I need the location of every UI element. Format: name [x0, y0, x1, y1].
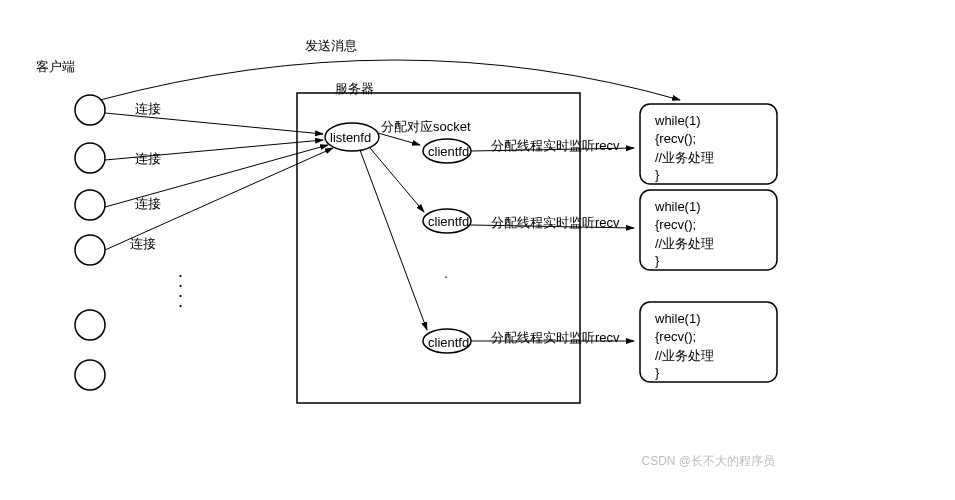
- client-circle-5: [75, 310, 105, 340]
- clientfd-ellipse-2: [423, 209, 471, 233]
- clientfd-ellipse-3: [423, 329, 471, 353]
- conn-arrow-3: [105, 145, 328, 207]
- conn-arrow-2: [105, 140, 323, 160]
- conn-arrow-4: [105, 148, 333, 250]
- code-box-2: [640, 190, 777, 270]
- assign-arrow-3: [360, 150, 427, 330]
- assign-arrow-2: [370, 148, 424, 212]
- conn-arrow-1: [105, 113, 323, 134]
- code-box-3: [640, 302, 777, 382]
- listenfd-ellipse: [325, 123, 379, 151]
- client-circle-6: [75, 360, 105, 390]
- clientfd-ellipse-1: [423, 139, 471, 163]
- send-msg-arrow: [100, 60, 680, 100]
- thread-arrow-2: [471, 225, 634, 228]
- code-box-1: [640, 104, 777, 184]
- client-circle-2: [75, 143, 105, 173]
- assign-arrow-1: [378, 133, 420, 145]
- client-circle-3: [75, 190, 105, 220]
- client-circle-4: [75, 235, 105, 265]
- thread-arrow-1: [471, 148, 634, 151]
